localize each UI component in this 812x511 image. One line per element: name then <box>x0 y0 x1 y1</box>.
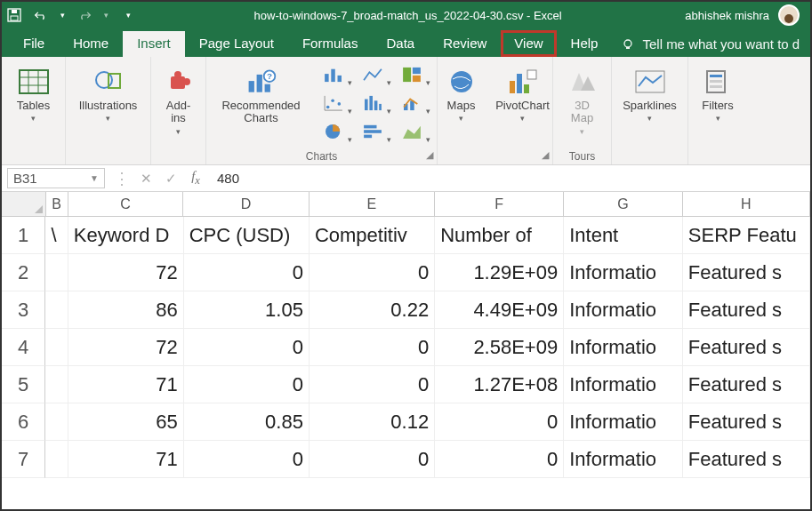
addins-button[interactable]: Add- ins ▾ <box>157 62 201 136</box>
cell[interactable]: Featured s <box>683 329 810 366</box>
account-avatar[interactable] <box>778 4 800 26</box>
charts-dialog-launcher-icon[interactable]: ◢ <box>426 149 433 161</box>
statistic-chart-icon[interactable]: ▾ <box>356 91 390 116</box>
tab-help[interactable]: Help <box>557 31 613 57</box>
illustrations-button[interactable]: Illustrations ▾ <box>71 62 146 123</box>
cell[interactable]: SERP Featu <box>683 217 810 254</box>
col-header-E[interactable]: E <box>310 192 435 217</box>
fx-icon[interactable]: fx <box>183 169 208 188</box>
tab-page-layout[interactable]: Page Layout <box>185 31 288 57</box>
column-chart-icon[interactable]: ▾ <box>317 62 350 87</box>
cell[interactable] <box>45 329 68 366</box>
cell[interactable]: Featured s <box>683 366 810 403</box>
row-header[interactable]: 2 <box>2 254 45 291</box>
cell[interactable]: 0.22 <box>310 291 435 329</box>
tab-data[interactable]: Data <box>372 31 429 57</box>
cell[interactable]: 1.05 <box>184 291 310 329</box>
bar-chart-icon[interactable]: ▾ <box>356 119 390 144</box>
tab-insert[interactable]: Insert <box>123 31 185 57</box>
tab-home[interactable]: Home <box>59 31 123 57</box>
col-header-C[interactable]: C <box>68 192 184 217</box>
col-header-D[interactable]: D <box>183 192 309 217</box>
cell[interactable]: 1.27E+08 <box>435 366 564 403</box>
sparklines-button[interactable]: Sparklines ▾ <box>617 62 683 123</box>
tab-view[interactable]: View <box>501 30 556 57</box>
row-header[interactable]: 3 <box>2 291 45 329</box>
undo-icon[interactable] <box>34 8 48 22</box>
cell[interactable]: 1.29E+09 <box>435 254 564 291</box>
row-header[interactable]: 7 <box>2 441 45 478</box>
surface-chart-icon[interactable]: ▾ <box>395 119 429 144</box>
account-name[interactable]: abhishek mishra <box>685 9 769 22</box>
cell[interactable]: 0 <box>184 329 310 366</box>
cell[interactable]: Competitiv <box>310 217 435 254</box>
row-header[interactable]: 6 <box>2 403 45 441</box>
combo-chart-icon[interactable]: ▾ <box>395 91 429 116</box>
row-header[interactable]: 5 <box>2 366 45 403</box>
cell[interactable]: Informatio <box>564 291 683 329</box>
3d-map-button[interactable]: 3D Map ▾ <box>559 62 607 136</box>
cell[interactable]: Intent <box>564 217 683 254</box>
col-header-H[interactable]: H <box>683 192 810 217</box>
row-header[interactable]: 4 <box>2 329 45 366</box>
maps-button[interactable]: Maps ▾ <box>438 62 485 123</box>
cell[interactable] <box>45 366 68 403</box>
tab-formulas[interactable]: Formulas <box>288 31 373 57</box>
cell[interactable]: Informatio <box>564 441 683 478</box>
cell[interactable]: Featured s <box>683 254 810 291</box>
cell[interactable]: 65 <box>68 403 184 441</box>
pie-chart-icon[interactable]: ▾ <box>317 119 350 144</box>
save-icon[interactable] <box>7 8 21 22</box>
cell[interactable]: Featured s <box>683 403 810 441</box>
cell[interactable]: Number of <box>435 217 564 254</box>
cell[interactable]: 4.49E+09 <box>435 291 564 329</box>
cell[interactable]: 0 <box>310 254 435 291</box>
cell[interactable]: 0 <box>435 403 564 441</box>
tab-file[interactable]: File <box>9 31 59 57</box>
redo-dropdown-icon[interactable]: ▾ <box>104 11 109 20</box>
cell[interactable]: 0 <box>435 441 564 478</box>
pivotchart-button[interactable]: PivotChart ▾ <box>494 62 552 123</box>
cell[interactable]: 0.12 <box>310 403 435 441</box>
cell[interactable]: Featured s <box>683 291 810 329</box>
row-header[interactable]: 1 <box>2 217 45 254</box>
chevron-down-icon[interactable]: ▼ <box>90 173 99 183</box>
spreadsheet-grid[interactable]: B C D E F G H 1 \ Keyword D CPC (USD) Co… <box>2 192 810 478</box>
cell[interactable]: 72 <box>68 329 184 366</box>
tab-review[interactable]: Review <box>429 31 501 57</box>
cell[interactable]: 72 <box>68 254 184 291</box>
cell[interactable]: Informatio <box>564 366 683 403</box>
cell[interactable]: CPC (USD) <box>184 217 310 254</box>
cancel-formula-icon[interactable]: ✕ <box>133 171 158 187</box>
cell[interactable]: 0 <box>310 329 435 366</box>
formula-input[interactable]: 480 <box>208 171 810 186</box>
cell[interactable]: 0 <box>184 441 310 478</box>
cell[interactable]: Keyword D <box>68 217 184 254</box>
cell[interactable] <box>45 291 68 329</box>
hierarchy-chart-icon[interactable]: ▾ <box>395 62 429 87</box>
cell[interactable]: 0 <box>310 366 435 403</box>
col-header-F[interactable]: F <box>435 192 564 217</box>
cell[interactable]: Informatio <box>564 403 683 441</box>
cell[interactable]: 0 <box>184 254 310 291</box>
cell[interactable]: 2.58E+09 <box>435 329 564 366</box>
filters-button[interactable]: Filters ▾ <box>694 62 742 123</box>
cell[interactable]: Informatio <box>564 254 683 291</box>
scatter-chart-icon[interactable]: ▾ <box>317 91 350 116</box>
cell[interactable]: 71 <box>68 441 184 478</box>
cell[interactable]: 0 <box>184 366 310 403</box>
recommended-charts-button[interactable]: ? Recommended Charts <box>215 62 308 125</box>
name-box[interactable]: B31 ▼ <box>7 168 105 188</box>
cell[interactable] <box>45 403 68 441</box>
redo-icon[interactable] <box>77 8 92 22</box>
tell-me-search[interactable]: Tell me what you want to d <box>621 36 800 57</box>
enter-formula-icon[interactable]: ✓ <box>158 171 183 187</box>
cell[interactable]: Informatio <box>564 329 683 366</box>
pivot-dialog-launcher-icon[interactable]: ◢ <box>542 149 549 161</box>
cell[interactable]: \ <box>45 217 68 254</box>
col-header-B[interactable]: B <box>46 192 68 217</box>
resize-handle-icon[interactable]: ⋮ <box>110 169 133 188</box>
cell[interactable]: 86 <box>68 291 184 329</box>
cell[interactable] <box>45 254 68 291</box>
cell[interactable]: 71 <box>68 366 184 403</box>
